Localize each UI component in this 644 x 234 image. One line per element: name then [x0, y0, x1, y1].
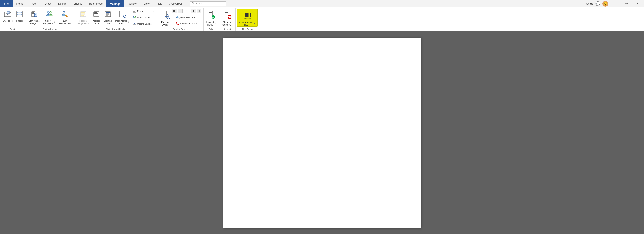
- svg-rect-87: [246, 13, 247, 17]
- labels-icon: [16, 11, 23, 19]
- envelopes-button[interactable]: Envelopes: [1, 9, 14, 27]
- tab-review[interactable]: Review: [124, 0, 140, 7]
- labels-button[interactable]: Labels: [14, 9, 24, 27]
- avatar[interactable]: 😊: [602, 1, 608, 7]
- svg-rect-8: [18, 12, 22, 13]
- nav-last-button[interactable]: [196, 9, 202, 14]
- select-recipients-button[interactable]: SelectRecipients ▼: [42, 9, 57, 27]
- tab-mailings[interactable]: Mailings: [106, 0, 124, 7]
- insert-merge-field-label: Insert MergeField: [115, 20, 127, 25]
- svg-rect-85: [245, 13, 245, 17]
- svg-rect-89: [248, 13, 249, 17]
- svg-rect-41: [120, 14, 122, 14]
- svg-point-72: [178, 24, 178, 24]
- document-area: [0, 31, 644, 234]
- merge-to-adobe-pdf-button[interactable]: PDF Merge toAdobe PDF: [220, 9, 234, 27]
- ribbon-group-start-mail-merge: Start MailMerge ▼ Selec: [26, 8, 74, 31]
- minimize-button[interactable]: —: [610, 0, 620, 7]
- svg-text:ABC: ABC: [82, 16, 85, 17]
- svg-rect-31: [94, 14, 98, 15]
- svg-rect-75: [208, 13, 212, 14]
- tab-acrobat[interactable]: ACROBAT: [166, 0, 186, 7]
- finish-group-label: Finish: [205, 28, 218, 31]
- nav-prev-button[interactable]: [178, 9, 182, 14]
- insert-merge-field-button[interactable]: Insert MergeField ▼: [114, 9, 131, 27]
- edit-recipient-list-button[interactable]: EditRecipient List: [57, 9, 73, 27]
- svg-rect-32: [94, 15, 96, 15]
- address-block-button[interactable]: AddressBlock: [91, 9, 102, 27]
- edit-recipient-list-icon: [62, 11, 69, 19]
- tab-design[interactable]: Design: [54, 0, 70, 7]
- address-block-icon: [93, 11, 100, 19]
- highlight-merge-fields-button[interactable]: ABC HighlightMerge Fields: [76, 9, 91, 27]
- start-mail-merge-label: Start MailMerge: [29, 20, 38, 25]
- rules-button[interactable]: Rules ▼: [131, 8, 156, 14]
- select-recipients-dropdown-icon: ▼: [54, 21, 55, 23]
- svg-rect-79: [225, 12, 228, 13]
- match-fields-button[interactable]: Match Fields: [131, 15, 156, 21]
- svg-rect-33: [105, 12, 111, 17]
- merge-to-adobe-pdf-icon: PDF: [223, 11, 231, 20]
- ribbon-tab-bar: File Home Insert Draw Design Layout Refe…: [0, 0, 644, 7]
- comments-icon[interactable]: 💬: [595, 1, 600, 6]
- labels-label: Labels: [16, 20, 23, 22]
- update-labels-button[interactable]: Update Labels: [131, 21, 156, 27]
- svg-rect-81: [225, 14, 227, 14]
- greeting-line-icon: [104, 11, 112, 19]
- text-cursor: [247, 63, 247, 68]
- tab-help[interactable]: Help: [153, 0, 166, 7]
- start-mail-merge-button[interactable]: Start MailMerge ▼: [27, 9, 41, 27]
- check-for-errors-button[interactable]: Check for Errors: [174, 21, 199, 27]
- preview-results-button[interactable]: ABC PreviewResults: [159, 9, 171, 27]
- nav-record-input[interactable]: 1: [183, 9, 190, 14]
- nav-next-button[interactable]: [191, 9, 196, 14]
- tab-draw[interactable]: Draw: [41, 0, 54, 7]
- find-recipient-icon: [176, 15, 180, 20]
- rules-label: Rules: [137, 10, 143, 13]
- svg-rect-25: [81, 14, 85, 15]
- update-labels-icon: [133, 22, 136, 26]
- envelopes-label: Envelopes: [3, 20, 12, 22]
- svg-rect-35: [106, 14, 109, 14]
- rules-icon: [133, 9, 136, 14]
- select-recipients-icon: [46, 11, 53, 19]
- tab-view[interactable]: View: [140, 0, 153, 7]
- svg-rect-21: [65, 15, 68, 17]
- search-input[interactable]: Search: [190, 2, 226, 6]
- svg-line-1: [194, 4, 194, 5]
- rules-dropdown-icon: ▼: [152, 10, 154, 12]
- svg-text:ABC: ABC: [166, 16, 169, 17]
- nav-first-button[interactable]: [172, 9, 177, 14]
- finish-merge-icon: [207, 11, 216, 20]
- tab-insert[interactable]: Insert: [27, 0, 41, 7]
- svg-rect-11: [32, 13, 34, 13]
- preview-results-icon: ABC: [160, 10, 170, 19]
- svg-rect-40: [120, 13, 123, 13]
- insert-barcode-field-button[interactable]: 1234567890 Insert BarcodeField ▼: [237, 9, 258, 27]
- maximize-button[interactable]: ▭: [622, 0, 631, 7]
- svg-rect-90: [249, 13, 250, 17]
- tab-file[interactable]: File: [0, 0, 12, 7]
- svg-rect-24: [81, 13, 85, 13]
- ribbon-group-preview-results: ABC PreviewResults: [157, 8, 204, 31]
- close-button[interactable]: ✕: [633, 0, 642, 7]
- svg-rect-80: [225, 13, 228, 14]
- insert-barcode-field-label: Insert BarcodeField: [239, 22, 253, 27]
- tab-home[interactable]: Home: [12, 0, 27, 7]
- write-insert-small-buttons: Rules ▼ Match Fields: [131, 9, 156, 27]
- greeting-line-button[interactable]: GreetingLine: [102, 9, 113, 27]
- svg-rect-84: [244, 13, 244, 17]
- svg-rect-13: [32, 14, 34, 15]
- find-recipient-button[interactable]: Find Recipient: [174, 14, 199, 20]
- start-mail-merge-icon: [31, 11, 38, 19]
- search-container: Search: [190, 2, 226, 6]
- tab-layout[interactable]: Layout: [70, 0, 85, 7]
- svg-rect-39: [120, 12, 123, 13]
- svg-rect-74: [208, 12, 212, 13]
- tab-references[interactable]: References: [85, 0, 106, 7]
- finish-merge-button[interactable]: Finish &Merge ▼: [205, 9, 218, 27]
- svg-line-69: [179, 18, 180, 19]
- share-button[interactable]: Share: [586, 2, 593, 5]
- svg-point-18: [50, 12, 52, 13]
- start-mail-merge-buttons: Start MailMerge ▼ Selec: [27, 9, 73, 28]
